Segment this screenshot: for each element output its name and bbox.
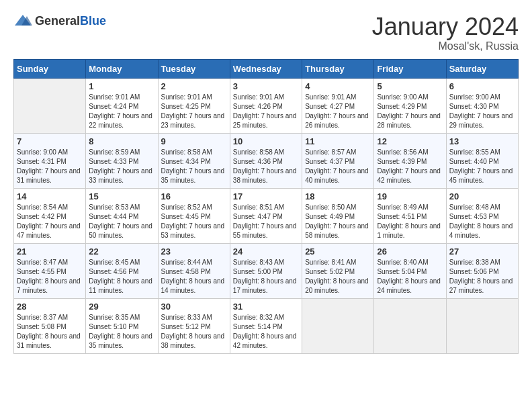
- calendar-cell: 13Sunrise: 8:55 AMSunset: 4:40 PMDayligh…: [446, 133, 518, 188]
- day-info: Sunrise: 8:45 AMSunset: 4:56 PMDaylight:…: [89, 258, 154, 295]
- page-header: GeneralBlue January 2024 Mosal'sk, Russi…: [13, 13, 519, 52]
- week-row-5: 28Sunrise: 8:37 AMSunset: 5:08 PMDayligh…: [14, 298, 519, 353]
- day-number: 10: [233, 136, 299, 146]
- day-info: Sunrise: 8:35 AMSunset: 5:10 PMDaylight:…: [89, 313, 154, 351]
- day-info: Sunrise: 8:49 AMSunset: 4:51 PMDaylight:…: [377, 203, 443, 240]
- day-info: Sunrise: 9:01 AMSunset: 4:24 PMDaylight:…: [89, 93, 154, 130]
- day-number: 29: [89, 302, 154, 312]
- day-number: 16: [161, 191, 227, 201]
- logo-blue-text: Blue: [80, 14, 106, 28]
- day-info: Sunrise: 9:00 AMSunset: 4:29 PMDaylight:…: [377, 93, 443, 130]
- calendar-cell: 8Sunrise: 8:59 AMSunset: 4:33 PMDaylight…: [86, 133, 158, 188]
- page-container: GeneralBlue January 2024 Mosal'sk, Russi…: [13, 13, 519, 354]
- calendar-cell: 28Sunrise: 8:37 AMSunset: 5:08 PMDayligh…: [14, 298, 86, 353]
- logo-icon: [13, 13, 32, 28]
- calendar-cell: 10Sunrise: 8:58 AMSunset: 4:36 PMDayligh…: [230, 133, 302, 188]
- day-info: Sunrise: 9:01 AMSunset: 4:27 PMDaylight:…: [305, 93, 371, 130]
- calendar-cell: 15Sunrise: 8:53 AMSunset: 4:44 PMDayligh…: [86, 188, 158, 243]
- day-number: 8: [89, 136, 154, 146]
- day-info: Sunrise: 8:54 AMSunset: 4:42 PMDaylight:…: [17, 203, 83, 240]
- week-row-4: 21Sunrise: 8:47 AMSunset: 4:55 PMDayligh…: [14, 243, 519, 298]
- day-number: 25: [305, 246, 371, 257]
- day-number: 7: [17, 136, 83, 146]
- logo: GeneralBlue: [13, 13, 106, 28]
- day-number: 5: [377, 81, 443, 91]
- week-row-1: 1Sunrise: 9:01 AMSunset: 4:24 PMDaylight…: [14, 78, 519, 133]
- calendar-cell: [302, 298, 374, 353]
- day-number: 31: [233, 302, 299, 312]
- day-info: Sunrise: 8:44 AMSunset: 4:58 PMDaylight:…: [161, 258, 227, 295]
- calendar-cell: 20Sunrise: 8:48 AMSunset: 4:53 PMDayligh…: [446, 188, 518, 243]
- calendar-cell: 24Sunrise: 8:43 AMSunset: 5:00 PMDayligh…: [230, 243, 302, 298]
- calendar-cell: 30Sunrise: 8:33 AMSunset: 5:12 PMDayligh…: [158, 298, 230, 353]
- day-number: 14: [17, 191, 83, 201]
- day-number: 23: [161, 246, 227, 257]
- day-info: Sunrise: 8:56 AMSunset: 4:39 PMDaylight:…: [377, 148, 443, 185]
- day-header-wednesday: Wednesday: [230, 59, 302, 78]
- calendar-cell: 26Sunrise: 8:40 AMSunset: 5:04 PMDayligh…: [374, 243, 446, 298]
- calendar-cell: 11Sunrise: 8:57 AMSunset: 4:37 PMDayligh…: [302, 133, 374, 188]
- logo-general-text: General: [35, 14, 80, 28]
- calendar-cell: 21Sunrise: 8:47 AMSunset: 4:55 PMDayligh…: [14, 243, 86, 298]
- day-number: 9: [161, 136, 227, 146]
- day-number: 18: [305, 191, 371, 201]
- day-number: 26: [377, 246, 443, 257]
- day-info: Sunrise: 8:52 AMSunset: 4:45 PMDaylight:…: [161, 203, 227, 240]
- day-header-monday: Monday: [86, 59, 158, 78]
- day-info: Sunrise: 8:33 AMSunset: 5:12 PMDaylight:…: [161, 313, 227, 351]
- calendar-cell: 7Sunrise: 9:00 AMSunset: 4:31 PMDaylight…: [14, 133, 86, 188]
- day-header-friday: Friday: [374, 59, 446, 78]
- calendar-cell: 17Sunrise: 8:51 AMSunset: 4:47 PMDayligh…: [230, 188, 302, 243]
- day-number: 20: [449, 191, 515, 201]
- day-number: 24: [233, 246, 299, 257]
- header-row: SundayMondayTuesdayWednesdayThursdayFrid…: [14, 59, 519, 78]
- day-number: 4: [305, 81, 371, 91]
- day-info: Sunrise: 8:50 AMSunset: 4:49 PMDaylight:…: [305, 203, 371, 240]
- calendar-cell: 6Sunrise: 9:00 AMSunset: 4:30 PMDaylight…: [446, 78, 518, 133]
- calendar-cell: 5Sunrise: 9:00 AMSunset: 4:29 PMDaylight…: [374, 78, 446, 133]
- day-info: Sunrise: 8:32 AMSunset: 5:14 PMDaylight:…: [233, 313, 299, 351]
- calendar-cell: 22Sunrise: 8:45 AMSunset: 4:56 PMDayligh…: [86, 243, 158, 298]
- day-number: 1: [89, 81, 154, 91]
- day-number: 27: [449, 246, 515, 257]
- calendar-cell: 9Sunrise: 8:58 AMSunset: 4:34 PMDaylight…: [158, 133, 230, 188]
- calendar-cell: 14Sunrise: 8:54 AMSunset: 4:42 PMDayligh…: [14, 188, 86, 243]
- day-info: Sunrise: 9:01 AMSunset: 4:26 PMDaylight:…: [233, 93, 299, 130]
- week-row-2: 7Sunrise: 9:00 AMSunset: 4:31 PMDaylight…: [14, 133, 519, 188]
- day-info: Sunrise: 8:55 AMSunset: 4:40 PMDaylight:…: [449, 148, 515, 185]
- calendar-cell: [374, 298, 446, 353]
- calendar-cell: 25Sunrise: 8:41 AMSunset: 5:02 PMDayligh…: [302, 243, 374, 298]
- day-info: Sunrise: 8:37 AMSunset: 5:08 PMDaylight:…: [17, 313, 83, 351]
- day-info: Sunrise: 9:01 AMSunset: 4:25 PMDaylight:…: [161, 93, 227, 130]
- day-info: Sunrise: 8:57 AMSunset: 4:37 PMDaylight:…: [305, 148, 371, 185]
- day-number: 6: [449, 81, 515, 91]
- location-title: Mosal'sk, Russia: [372, 40, 519, 52]
- day-number: 12: [377, 136, 443, 146]
- day-number: 22: [89, 246, 154, 257]
- day-number: 15: [89, 191, 154, 201]
- month-title: January 2024: [372, 13, 519, 40]
- day-info: Sunrise: 9:00 AMSunset: 4:30 PMDaylight:…: [449, 93, 515, 130]
- day-info: Sunrise: 8:48 AMSunset: 4:53 PMDaylight:…: [449, 203, 515, 240]
- calendar-cell: [446, 298, 518, 353]
- day-number: 2: [161, 81, 227, 91]
- day-number: 11: [305, 136, 371, 146]
- calendar-cell: 27Sunrise: 8:38 AMSunset: 5:06 PMDayligh…: [446, 243, 518, 298]
- week-row-3: 14Sunrise: 8:54 AMSunset: 4:42 PMDayligh…: [14, 188, 519, 243]
- day-header-tuesday: Tuesday: [158, 59, 230, 78]
- calendar-cell: [14, 78, 86, 133]
- title-block: January 2024 Mosal'sk, Russia: [372, 13, 519, 52]
- calendar-cell: 29Sunrise: 8:35 AMSunset: 5:10 PMDayligh…: [86, 298, 158, 353]
- day-info: Sunrise: 8:41 AMSunset: 5:02 PMDaylight:…: [305, 258, 371, 295]
- calendar-cell: 16Sunrise: 8:52 AMSunset: 4:45 PMDayligh…: [158, 188, 230, 243]
- day-info: Sunrise: 8:38 AMSunset: 5:06 PMDaylight:…: [449, 258, 515, 295]
- calendar-table: SundayMondayTuesdayWednesdayThursdayFrid…: [13, 59, 519, 354]
- day-number: 17: [233, 191, 299, 201]
- day-info: Sunrise: 8:51 AMSunset: 4:47 PMDaylight:…: [233, 203, 299, 240]
- day-info: Sunrise: 8:58 AMSunset: 4:36 PMDaylight:…: [233, 148, 299, 185]
- day-number: 21: [17, 246, 83, 257]
- calendar-cell: 3Sunrise: 9:01 AMSunset: 4:26 PMDaylight…: [230, 78, 302, 133]
- day-number: 30: [161, 302, 227, 312]
- day-info: Sunrise: 8:47 AMSunset: 4:55 PMDaylight:…: [17, 258, 83, 295]
- day-info: Sunrise: 8:59 AMSunset: 4:33 PMDaylight:…: [89, 148, 154, 185]
